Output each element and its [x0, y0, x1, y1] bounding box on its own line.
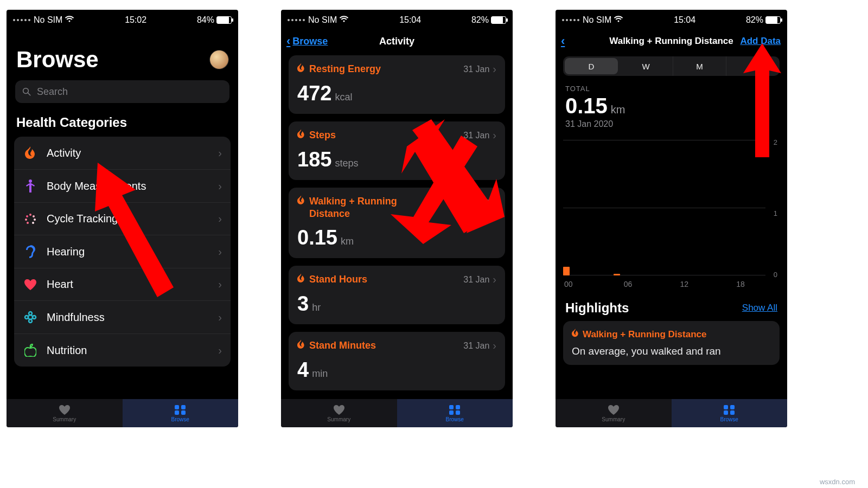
segment-week[interactable]: W — [620, 56, 673, 76]
card-unit: steps — [335, 158, 358, 169]
grid-tab-icon — [174, 404, 187, 415]
card-value: 0.15 — [297, 226, 337, 249]
svg-point-11 — [29, 312, 32, 315]
card-steps[interactable]: Steps 31 Jan› 185steps — [289, 121, 505, 180]
back-button[interactable]: ‹ Browse — [286, 34, 328, 48]
category-hearing[interactable]: Hearing › — [14, 235, 231, 268]
svg-point-9 — [26, 215, 28, 217]
wifi-icon — [339, 15, 349, 25]
wifi-icon — [65, 15, 74, 25]
card-value: 472 — [297, 82, 331, 105]
card-value: 4 — [297, 358, 309, 382]
add-data-button[interactable]: Add Data — [740, 36, 781, 47]
card-date: 31 Jan — [463, 341, 489, 351]
chevron-right-icon: › — [218, 213, 222, 225]
chevron-right-icon: › — [218, 311, 222, 324]
highlights-header: Highlights — [565, 300, 629, 316]
svg-rect-20 — [456, 405, 460, 409]
xtick: 00 — [564, 280, 573, 288]
svg-point-4 — [33, 215, 35, 217]
segment-month[interactable]: M — [673, 56, 727, 76]
show-all-link[interactable]: Show All — [742, 303, 777, 313]
tab-browse[interactable]: Browse — [397, 399, 513, 427]
tab-bar: Summary Browse — [281, 399, 513, 427]
svg-rect-24 — [730, 405, 735, 409]
svg-rect-23 — [724, 405, 728, 409]
tab-summary[interactable]: Summary — [7, 399, 123, 427]
category-activity[interactable]: Activity › — [14, 137, 231, 170]
svg-point-8 — [25, 219, 27, 221]
card-date: 31 Jan — [463, 131, 489, 140]
card-unit: km — [341, 236, 354, 247]
category-nutrition[interactable]: Nutrition › — [14, 334, 231, 367]
tab-browse[interactable]: Browse — [672, 399, 788, 427]
highlight-title: Walking + Running Distance — [583, 329, 706, 340]
chevron-right-icon: › — [493, 129, 496, 142]
svg-rect-21 — [449, 410, 454, 415]
chevron-right-icon: › — [493, 63, 496, 75]
tab-label: Browse — [720, 416, 738, 422]
svg-point-5 — [34, 219, 36, 221]
body-icon — [23, 179, 38, 192]
tab-browse[interactable]: Browse — [123, 399, 239, 427]
category-cycle-tracking[interactable]: Cycle Tracking › — [14, 203, 231, 235]
chevron-right-icon: › — [218, 278, 222, 291]
nav-bar: ‹ Browse Activity — [281, 30, 513, 52]
card-unit: hr — [312, 302, 321, 313]
chevron-right-icon: › — [493, 273, 496, 286]
segment-year[interactable]: Y — [726, 56, 780, 76]
carrier-label: No SIM — [308, 15, 337, 25]
phone-detail: No SIM 15:04 82% ‹ Walking + Running Dis… — [556, 10, 787, 427]
svg-point-14 — [33, 316, 36, 319]
phone-browse: No SIM 15:02 84% Browse Search Health Ca… — [7, 10, 238, 427]
time-range-segmented[interactable]: D W M Y — [563, 56, 780, 76]
grid-tab-icon — [723, 404, 736, 415]
category-heart[interactable]: Heart › — [14, 268, 231, 301]
card-unit: kcal — [335, 92, 352, 103]
svg-rect-19 — [449, 405, 454, 409]
chevron-right-icon: › — [218, 180, 222, 192]
highlight-card[interactable]: Walking + Running Distance On average, y… — [563, 321, 780, 365]
chart-bar — [563, 267, 570, 275]
carrier-label: No SIM — [34, 15, 62, 25]
segment-day[interactable]: D — [565, 58, 618, 74]
card-walking-running[interactable]: Walking + Running Distance 31 Jan› 0.15k… — [289, 188, 505, 258]
svg-point-12 — [29, 319, 32, 323]
tab-summary[interactable]: Summary — [556, 399, 672, 427]
search-input[interactable]: Search — [15, 80, 229, 103]
svg-point-7 — [27, 222, 29, 224]
chevron-right-icon: › — [218, 344, 222, 357]
tab-label: Browse — [446, 416, 464, 422]
total-unit: km — [611, 104, 626, 116]
row-label: Hearing — [47, 246, 209, 258]
total-date: 31 Jan 2020 — [565, 119, 777, 129]
tab-label: Summary — [602, 416, 625, 422]
card-stand-hours[interactable]: Stand Hours 31 Jan› 3hr — [289, 266, 505, 324]
category-body-measurements[interactable]: Body Measurements › — [14, 170, 231, 203]
category-mindfulness[interactable]: Mindfulness › — [14, 301, 231, 334]
chart-bar — [614, 274, 620, 275]
search-icon — [22, 87, 31, 97]
distance-chart[interactable]: 2 1 0 00 06 12 18 — [563, 134, 780, 292]
svg-rect-15 — [175, 405, 179, 409]
tab-summary[interactable]: Summary — [281, 399, 397, 427]
row-label: Cycle Tracking — [47, 213, 209, 225]
battery-pct: 82% — [746, 15, 763, 25]
phone-activity: No SIM 15:04 82% ‹ Browse Activity Resti… — [281, 10, 513, 427]
card-title: Walking + Running Distance — [309, 195, 429, 220]
xtick: 18 — [736, 280, 745, 288]
card-title: Resting Energy — [309, 63, 381, 75]
chevron-right-icon: › — [218, 246, 222, 258]
carrier-label: No SIM — [583, 15, 611, 25]
back-button[interactable]: ‹ — [561, 34, 565, 48]
battery-pct: 84% — [197, 15, 214, 25]
heart-tab-icon — [58, 404, 71, 415]
card-date: 31 Jan — [463, 65, 489, 74]
total-value: 0.15 — [565, 94, 608, 118]
flame-icon — [297, 339, 305, 352]
flame-icon — [572, 329, 579, 340]
tab-bar: Summary Browse — [7, 399, 238, 427]
card-resting-energy[interactable]: Resting Energy 31 Jan› 472kcal — [289, 55, 505, 114]
profile-avatar[interactable] — [210, 50, 228, 69]
card-stand-minutes[interactable]: Stand Minutes 31 Jan› 4min — [289, 332, 505, 390]
